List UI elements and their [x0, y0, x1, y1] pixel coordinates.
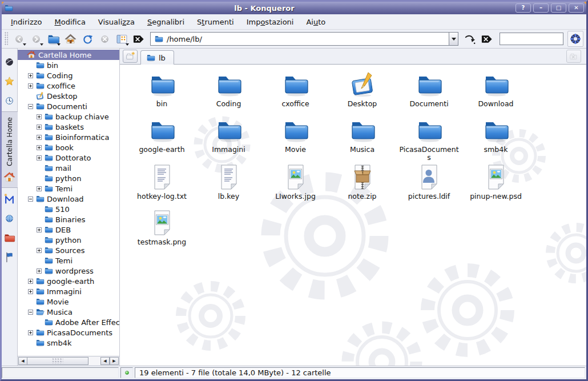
menu-strumenti[interactable]: Strumenti — [191, 16, 240, 28]
sidebar-tab-services[interactable] — [2, 247, 18, 267]
file-bin[interactable]: bin — [128, 70, 195, 115]
expand-plus-icon[interactable] — [28, 289, 33, 294]
file-picasadocuments[interactable]: PicasaDocuments — [396, 115, 462, 162]
expand-plus-icon[interactable] — [37, 248, 42, 253]
tree-item-backup-chiave[interactable]: backup chiave — [18, 111, 119, 122]
scroll-left-button-2[interactable]: ◀ — [100, 357, 110, 365]
menu-visualizza[interactable]: Visualizza — [92, 16, 141, 28]
search-input[interactable] — [500, 33, 563, 45]
sidebar-horizontal-scrollbar[interactable]: ◀ ◀ ▶ — [18, 356, 119, 366]
tree-item-python[interactable]: python — [18, 235, 119, 245]
scrollbar-thumb[interactable] — [27, 357, 88, 365]
tree-item-deb[interactable]: DEB — [18, 224, 119, 235]
view-mode-button[interactable] — [113, 31, 130, 47]
tree-item-download[interactable]: Download — [18, 194, 119, 204]
go-button[interactable] — [461, 31, 478, 47]
file-google-earth[interactable]: google-earth — [128, 115, 195, 162]
tree-item-coding[interactable]: Coding — [18, 70, 119, 81]
expand-plus-icon[interactable] — [28, 279, 33, 284]
tree-item-python[interactable]: python — [18, 173, 119, 183]
tree-item-immagini[interactable]: Immagini — [18, 286, 119, 296]
expand-plus-icon[interactable] — [37, 186, 42, 191]
tree-item-movie[interactable]: Movie — [18, 296, 119, 307]
titlebar[interactable]: lb - Konqueror ?–□✕ — [2, 2, 586, 14]
file-documenti[interactable]: Documenti — [396, 70, 462, 115]
tree-item-bioinformatica[interactable]: Bioinformatica — [18, 132, 119, 142]
file-download[interactable]: Download — [462, 70, 529, 115]
expand-plus-icon[interactable] — [28, 83, 33, 89]
tree-item-book[interactable]: book — [18, 142, 119, 153]
close-button[interactable]: ✕ — [569, 3, 584, 13]
sidebar-tab-root-folder[interactable] — [2, 228, 18, 247]
scroll-right-button[interactable]: ▶ — [110, 357, 119, 365]
tab-lb[interactable]: lb — [140, 50, 174, 65]
clear-search-button[interactable] — [478, 31, 496, 47]
tree-item-wordpress[interactable]: wordpress — [18, 266, 119, 276]
tree-item-sources[interactable]: Sources — [18, 245, 119, 255]
throbber-button[interactable] — [567, 31, 583, 47]
file-testmask-png[interactable]: testmask.png — [128, 208, 195, 254]
location-input[interactable]: /home/lb/ — [150, 32, 449, 46]
scrollbar-trough[interactable] — [88, 357, 100, 365]
tree-item-510[interactable]: 510 — [18, 204, 119, 214]
file-hotkey-log-txt[interactable]: hotkey-log.txt — [128, 162, 195, 208]
help-button[interactable]: ? — [515, 3, 531, 13]
file-movie[interactable]: Movie — [262, 115, 329, 162]
menu-impostazioni[interactable]: Impostazioni — [240, 16, 300, 28]
location-dropdown-button[interactable] — [449, 32, 458, 46]
expand-plus-icon[interactable] — [37, 114, 42, 119]
tree-item-binaries[interactable]: Binaries — [18, 214, 119, 224]
new-tab-button[interactable] — [123, 50, 138, 63]
file-immagini[interactable]: Immagini — [195, 115, 262, 162]
tree-item-smb4k[interactable]: smb4k — [18, 338, 119, 348]
file-smb4k[interactable]: smb4k — [462, 115, 529, 162]
tree-item-google-earth[interactable]: google-earth — [18, 276, 119, 286]
sidebar-tab-bookmarks[interactable] — [2, 71, 18, 91]
tree-item-documenti[interactable]: Documenti — [18, 101, 119, 111]
sidebar-tab-history[interactable] — [2, 91, 18, 110]
file-cxoffice[interactable]: cxoffice — [262, 70, 329, 115]
expand-plus-icon[interactable] — [28, 73, 33, 78]
tree-item-temi[interactable]: Temi — [18, 183, 119, 194]
menu-indirizzo[interactable]: Indirizzo — [5, 16, 49, 28]
expand-plus-icon[interactable] — [37, 227, 42, 232]
tree-item-musica[interactable]: Musica — [18, 307, 119, 317]
sidebar-tab-metabar[interactable] — [2, 189, 18, 208]
expand-plus-icon[interactable] — [37, 135, 42, 140]
tree-item-mail[interactable]: mail — [18, 163, 119, 173]
menu-aiuto[interactable]: Aiuto — [300, 16, 332, 28]
file-note-zip[interactable]: note.zip — [329, 162, 396, 208]
file-liworks-jpg[interactable]: LIworks.jpg — [262, 162, 329, 208]
icon-view[interactable]: binCodingcxofficeDesktopDocumentiDownloa… — [120, 65, 586, 366]
expand-plus-icon[interactable] — [37, 145, 42, 150]
menu-segnalibri[interactable]: Segnalibri — [141, 16, 191, 28]
tree-item-picasadocuments[interactable]: PicasaDocuments — [18, 327, 119, 338]
maximize-button[interactable]: □ — [551, 3, 566, 13]
file-desktop[interactable]: Desktop — [329, 70, 396, 115]
home-button[interactable] — [62, 31, 79, 47]
expand-plus-icon[interactable] — [28, 330, 33, 335]
clear-location-button[interactable] — [130, 31, 147, 47]
toolbar-handle[interactable] — [5, 32, 8, 46]
up-button[interactable] — [45, 31, 62, 47]
file-pictures-ldif[interactable]: pictures.ldif — [396, 162, 462, 208]
file-musica[interactable]: Musica — [329, 115, 396, 162]
tree-item-desktop[interactable]: Desktop — [18, 91, 119, 101]
expand-plus-icon[interactable] — [37, 268, 42, 274]
sidebar-tab-home-folder[interactable]: Cartella Home — [2, 111, 18, 188]
file-pinup-new-psd[interactable]: pinup-new.psd — [462, 162, 529, 208]
file-lb-key[interactable]: lb.key — [195, 162, 262, 208]
collapse-minus-icon[interactable] — [28, 310, 33, 315]
collapse-minus-icon[interactable] — [28, 104, 33, 109]
tree-item-cartella-home[interactable]: Cartella Home — [18, 50, 119, 60]
menu-modifica[interactable]: Modifica — [49, 16, 92, 28]
file-coding[interactable]: Coding — [195, 70, 262, 115]
tree-item-bin[interactable]: bin — [18, 60, 119, 70]
expand-plus-icon[interactable] — [37, 155, 42, 161]
tree-item-dottorato[interactable]: Dottorato — [18, 153, 119, 163]
tree-item-adobe-after-effects-7[interactable]: Adobe After Effects 7 — [18, 317, 119, 327]
tree-item-temi[interactable]: Temi — [18, 255, 119, 266]
sidebar-tab-network[interactable] — [2, 208, 18, 228]
sidebar-tab-web-browser[interactable] — [2, 52, 18, 71]
tree-item-baskets[interactable]: baskets — [18, 122, 119, 132]
